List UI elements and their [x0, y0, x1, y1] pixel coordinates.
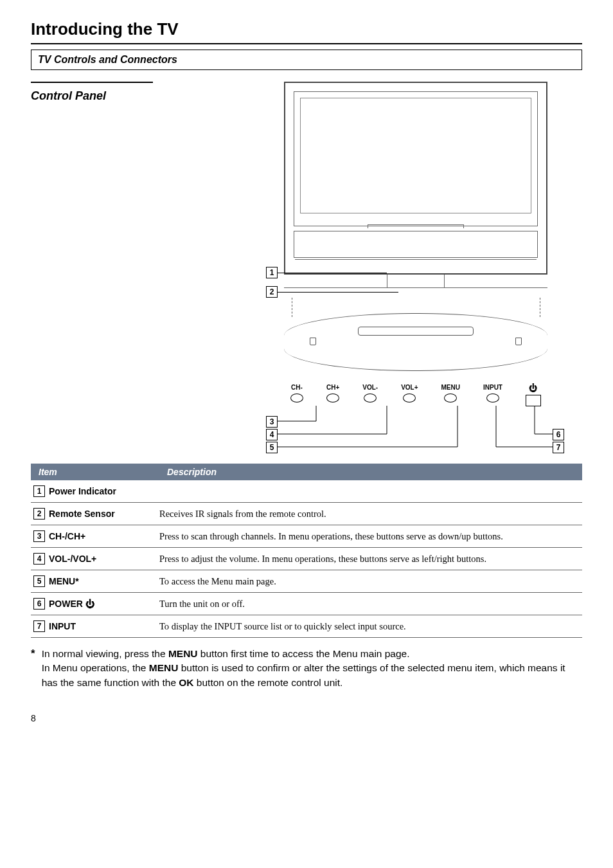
btn-power: ⏻ [526, 384, 541, 406]
sub-heading: Control Panel [31, 87, 249, 103]
row-desc: To display the INPUT source list or to q… [159, 621, 582, 632]
btn-label-input: INPUT [483, 384, 502, 391]
section-title-box: TV Controls and Connectors [31, 50, 582, 70]
footnote-bold: OK [179, 677, 193, 688]
btn-vol-plus: VOL+ [401, 384, 418, 406]
btn-label-ch-plus: CH+ [326, 384, 339, 391]
row-num: 4 [33, 553, 45, 565]
callout-6: 6 [553, 429, 564, 440]
btn-shape [326, 393, 339, 402]
table-row: 1 Power Indicator [31, 480, 582, 503]
footnote-bold: MENU [168, 648, 198, 659]
tv-strip [295, 259, 537, 264]
row-num: 1 [33, 485, 45, 497]
callout-3: 3 [266, 416, 278, 428]
row-desc: Turn the unit on or off. [159, 599, 582, 610]
zoom-line-left [292, 298, 292, 317]
table-row: 6 POWER ⏻ Turn the unit on or off. [31, 593, 582, 615]
row-num: 7 [33, 620, 45, 632]
callout-1: 1 [266, 267, 387, 278]
th-description: Description [159, 464, 582, 480]
btn-ch-plus: CH+ [326, 384, 339, 406]
btn-shape [364, 393, 377, 402]
row-num: 5 [33, 575, 45, 587]
th-item: Item [31, 464, 159, 480]
btn-shape [403, 393, 416, 402]
callout-4: 4 [266, 429, 278, 440]
callout-4-num: 4 [266, 429, 278, 440]
callout-1-num: 1 [266, 267, 278, 278]
row-num: 2 [33, 508, 45, 520]
btn-label-vol-minus: VOL- [362, 384, 378, 391]
row-item: CH-/CH+ [49, 531, 85, 541]
section-title: TV Controls and Connectors [38, 54, 177, 65]
tv-lower-bar [294, 231, 538, 258]
tv-detail-strip [358, 327, 474, 336]
callout-2-num: 2 [266, 286, 278, 298]
footnote: * In normal viewing, press the MENU butt… [31, 647, 582, 690]
footnote-frag: In Menu operations, the [42, 662, 149, 673]
row-desc: To access the Menu main page. [159, 576, 582, 587]
btn-ch-minus: CH- [290, 384, 303, 406]
row-item: Power Indicator [49, 486, 116, 496]
tv-detail-panel [284, 313, 547, 371]
table-row: 3 CH-/CH+ Press to scan through channels… [31, 525, 582, 548]
callout-5: 5 [266, 442, 278, 453]
tv-screen [300, 98, 531, 213]
row-item: Remote Sensor [49, 509, 115, 519]
callout-5-num: 5 [266, 442, 278, 453]
sensor-left [310, 338, 316, 345]
row-item: INPUT [49, 621, 76, 631]
tv-stand-neck [387, 275, 445, 287]
btn-menu: MENU [441, 384, 460, 406]
callout-3-num: 3 [266, 416, 278, 428]
btn-shape [290, 393, 303, 402]
btn-vol-minus: VOL- [362, 384, 378, 406]
footnote-bold: MENU [149, 662, 179, 673]
row-num: 3 [33, 530, 45, 542]
footnote-frag: button on the remote control unit. [194, 677, 343, 688]
row-item: VOL-/VOL+ [49, 554, 96, 564]
footnote-text: In normal viewing, press the MENU button… [42, 647, 582, 690]
btn-input: INPUT [483, 384, 502, 406]
callout-2: 2 [266, 286, 398, 298]
callout-7-num: 7 [553, 442, 564, 453]
page-heading: Introducing the TV [31, 19, 582, 39]
btn-shape-power [526, 395, 541, 406]
footnote-star: * [31, 647, 35, 690]
zoom-line-right [540, 298, 540, 317]
power-icon: ⏻ [529, 384, 537, 392]
table-row: 2 Remote Sensor Receives IR signals from… [31, 503, 582, 525]
row-desc: Receives IR signals from the remote cont… [159, 509, 582, 520]
table-header: Item Description [31, 464, 582, 480]
row-item: MENU* [49, 576, 79, 586]
btn-shape [486, 393, 499, 402]
table-row: 4 VOL-/VOL+ Press to adjust the volume. … [31, 548, 582, 570]
btn-label-vol-plus: VOL+ [401, 384, 418, 391]
row-num: 6 [33, 598, 45, 610]
page-number: 8 [31, 713, 582, 723]
button-row: CH- CH+ VOL- VOL+ [284, 384, 547, 406]
footnote-frag: In normal viewing, press the [42, 648, 168, 659]
footnote-frag: button first time to access the Menu mai… [198, 648, 410, 659]
callout-6-num: 6 [553, 429, 564, 440]
callout-7: 7 [553, 442, 564, 453]
row-item: POWER ⏻ [49, 599, 94, 609]
tv-slot [368, 224, 464, 228]
btn-shape [444, 393, 457, 402]
table-row: 5 MENU* To access the Menu main page. [31, 570, 582, 593]
heading-rule [31, 43, 582, 44]
table-row: 7 INPUT To display the INPUT source list… [31, 615, 582, 638]
controls-table: Item Description 1 Power Indicator 2 Rem… [31, 464, 582, 638]
row-desc: Press to adjust the volume. In menu oper… [159, 554, 582, 565]
row-desc: Press to scan through channels. In menu … [159, 531, 582, 542]
btn-label-menu: MENU [441, 384, 460, 391]
btn-label-ch-minus: CH- [291, 384, 303, 391]
sensor-right [515, 338, 522, 345]
subheading-rule [31, 82, 153, 83]
tv-diagram: 1 2 CH- [265, 82, 560, 448]
